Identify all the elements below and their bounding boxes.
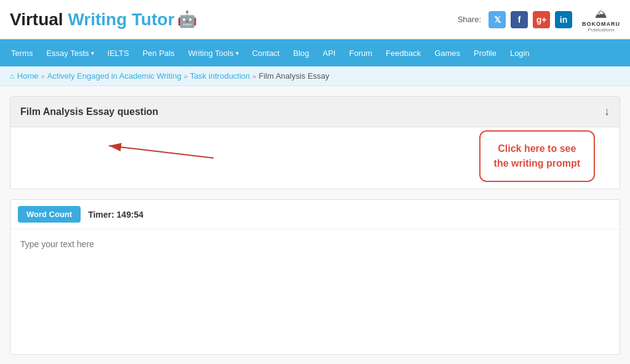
breadcrumb-task-introduction[interactable]: Task introduction xyxy=(190,71,250,81)
writing-tools-dropdown-arrow: ▾ xyxy=(236,50,239,57)
home-icon: ⌂ xyxy=(10,71,15,81)
breadcrumb: ⌂ Home » Actively Engaged in Academic Wr… xyxy=(0,66,630,86)
logo: Virtual Writing Tutor 🤖 xyxy=(10,10,197,30)
essay-question-panel: Film Analysis Essay question ↓ Click her… xyxy=(10,96,620,189)
nav-api[interactable]: API xyxy=(317,44,342,63)
twitter-share-button[interactable]: 𝕏 xyxy=(488,11,506,28)
header-right: Share: 𝕏 f g+ in ⛰ BOKOMARU Publications xyxy=(458,7,620,33)
bokomaru-sub: Publications xyxy=(588,27,614,33)
callout-text: Click here to seethe writing prompt xyxy=(494,143,580,168)
breadcrumb-academic-writing[interactable]: Actively Engaged in Academic Writing xyxy=(47,71,181,81)
nav-games[interactable]: Games xyxy=(428,44,466,63)
nav-profile[interactable]: Profile xyxy=(468,44,503,63)
writing-textarea[interactable] xyxy=(10,229,620,352)
writing-panel: Word Count Timer: 149:54 xyxy=(10,199,620,355)
breadcrumb-home[interactable]: Home xyxy=(17,71,39,81)
nav-login[interactable]: Login xyxy=(504,44,536,63)
nav-essay-tests[interactable]: Essay Tests ▾ xyxy=(40,44,100,63)
logo-colored: Writing Tutor xyxy=(68,10,174,29)
bokomaru-icon: ⛰ xyxy=(595,7,607,21)
app-header: Virtual Writing Tutor 🤖 Share: 𝕏 f g+ in… xyxy=(0,0,630,39)
nav-blog[interactable]: Blog xyxy=(287,44,315,63)
bokomaru-name: BOKOMARU xyxy=(582,21,620,27)
writing-toolbar: Word Count Timer: 149:54 xyxy=(10,200,620,229)
essay-question-header: Film Analysis Essay question ↓ xyxy=(10,97,620,127)
breadcrumb-separator-3: » xyxy=(252,73,256,80)
svg-line-1 xyxy=(109,146,213,158)
facebook-share-button[interactable]: f xyxy=(511,11,528,28)
nav-ielts[interactable]: IELTS xyxy=(102,44,135,63)
essay-tests-dropdown-arrow: ▾ xyxy=(91,50,94,57)
chevron-down-icon[interactable]: ↓ xyxy=(604,105,610,118)
callout-wrapper: Click here to seethe writing prompt xyxy=(10,127,620,189)
callout-arrow xyxy=(47,127,263,189)
share-label: Share: xyxy=(458,15,481,24)
googleplus-share-button[interactable]: g+ xyxy=(533,11,550,28)
bokomaru-logo: ⛰ BOKOMARU Publications xyxy=(582,7,620,33)
nav-pen-pals[interactable]: Pen Pals xyxy=(137,44,181,63)
linkedin-share-button[interactable]: in xyxy=(555,11,572,28)
nav-writing-tools[interactable]: Writing Tools ▾ xyxy=(182,44,245,63)
breadcrumb-separator-1: » xyxy=(41,73,45,80)
word-count-button[interactable]: Word Count xyxy=(18,206,81,223)
timer-display: Timer: 149:54 xyxy=(88,210,143,220)
nav-contact[interactable]: Contact xyxy=(246,44,286,63)
breadcrumb-separator-2: » xyxy=(184,73,188,80)
breadcrumb-current-page: Film Analysis Essay xyxy=(258,71,329,81)
nav-forum[interactable]: Forum xyxy=(343,44,378,63)
logo-bold: Virtual xyxy=(10,10,68,29)
main-navbar: Terms Essay Tests ▾ IELTS Pen Pals Writi… xyxy=(0,39,630,66)
main-content: Film Analysis Essay question ↓ Click her… xyxy=(0,86,630,364)
nav-terms[interactable]: Terms xyxy=(5,44,39,63)
nav-feedback[interactable]: Feedback xyxy=(380,44,427,63)
callout-bubble: Click here to seethe writing prompt xyxy=(479,130,595,182)
robot-icon: 🤖 xyxy=(177,10,197,29)
logo-text: Virtual Writing Tutor xyxy=(10,10,175,30)
essay-question-title: Film Analysis Essay question xyxy=(20,106,158,117)
